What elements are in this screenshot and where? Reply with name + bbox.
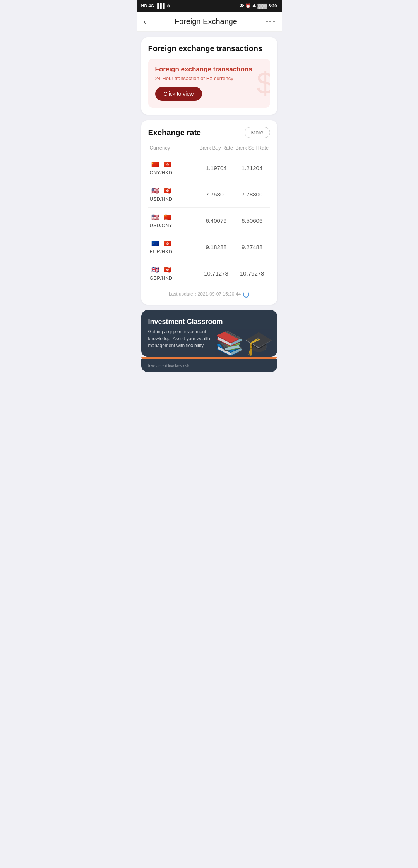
flags: 🇨🇳 🇭🇰 (150, 160, 173, 168)
flags: 🇺🇸 🇨🇳 (150, 213, 173, 221)
buy-rate-value: 1.19704 (198, 165, 234, 171)
col-sell-rate: Bank Sell Rate (234, 145, 270, 151)
exchange-rate-title: Exchange rate (148, 128, 201, 137)
main-content: Foreign exchange transactions $ Foreign … (137, 32, 282, 377)
table-row: 🇺🇸 🇭🇰 USD/HKD 7.75800 7.78800 (148, 181, 270, 207)
transaction-banner: $ Foreign exchange transactions 24-Hour … (148, 59, 270, 108)
books-icon: 📚🎓 (215, 329, 273, 357)
col-currency: Currency (148, 145, 199, 151)
currency-cell: 🇬🇧 🇭🇰 GBP/HKD (148, 266, 199, 281)
bluetooth-icon: ✱ (252, 3, 256, 9)
investment-disclaimer: Investment involves risk (148, 364, 270, 368)
table-row: 🇬🇧 🇭🇰 GBP/HKD 10.71278 10.79278 (148, 260, 270, 286)
buy-rate-value: 9.18288 (198, 244, 234, 250)
status-carrier: HD 4G (141, 3, 154, 8)
header: ‹ Foreign Exchange (137, 12, 282, 32)
currency-cell: 🇺🇸 🇨🇳 USD/CNY (148, 213, 199, 228)
investment-title: Investment Classroom (148, 318, 270, 326)
currency-pair: EUR/HKD (150, 249, 173, 255)
table-row: 🇨🇳 🇭🇰 CNY/HKD 1.19704 1.21204 (148, 155, 270, 181)
sell-rate-value: 9.27488 (234, 244, 270, 250)
flags: 🇺🇸 🇭🇰 (150, 187, 173, 195)
wifi-icon: ⊙ (166, 3, 170, 9)
flag1-icon: 🇺🇸 (150, 213, 161, 221)
alarm-icon: ⏰ (245, 3, 251, 9)
signal-icon: ▐▐▐ (156, 3, 164, 8)
more-menu-button[interactable] (266, 21, 275, 22)
page-title: Foreign Exchange (175, 17, 237, 26)
banner-subtitle: 24-Hour transaction of FX currency (155, 76, 263, 81)
transaction-card: Foreign exchange transactions $ Foreign … (141, 37, 277, 115)
buy-rate-value: 10.71278 (198, 270, 234, 277)
dot1 (266, 21, 268, 22)
currency-cell: 🇪🇺 🇭🇰 EUR/HKD (148, 239, 199, 255)
flags: 🇬🇧 🇭🇰 (150, 266, 173, 274)
currency-pair: USD/CNY (150, 222, 173, 228)
status-bar: HD 4G ▐▐▐ ⊙ 👁 ⏰ ✱ ▓▓▓ 3:20 (137, 0, 282, 12)
currency-pair: USD/HKD (150, 196, 173, 202)
last-update: Last update：2021-09-07 15:20:44 (148, 291, 270, 298)
buy-rate-value: 6.40079 (198, 217, 234, 224)
flags: 🇪🇺 🇭🇰 (150, 239, 173, 247)
back-button[interactable]: ‹ (144, 17, 146, 26)
flag2-icon: 🇭🇰 (162, 266, 173, 274)
flag2-icon: 🇭🇰 (162, 160, 173, 168)
currency-cell: 🇨🇳 🇭🇰 CNY/HKD (148, 160, 199, 176)
last-update-text: Last update：2021-09-07 15:20:44 (169, 291, 241, 298)
status-left: HD 4G ▐▐▐ ⊙ (141, 3, 170, 9)
transaction-card-title: Foreign exchange transactions (148, 44, 270, 53)
battery-icon: ▓▓▓ (257, 3, 267, 8)
sell-rate-value: 6.50606 (234, 217, 270, 224)
flag1-icon: 🇪🇺 (150, 239, 161, 247)
flag1-icon: 🇬🇧 (150, 266, 161, 274)
flag1-icon: 🇺🇸 (150, 187, 161, 195)
dot3 (273, 21, 275, 22)
table-row: 🇺🇸 🇨🇳 USD/CNY 6.40079 6.50606 (148, 207, 270, 234)
currency-pair: GBP/HKD (150, 275, 173, 281)
flag2-icon: 🇨🇳 (162, 213, 173, 221)
dot2 (269, 21, 271, 22)
refresh-icon[interactable] (243, 291, 249, 298)
investment-desc: Getting a grip on investment knowledge, … (148, 328, 226, 349)
currency-cell: 🇺🇸 🇭🇰 USD/HKD (148, 187, 199, 202)
exchange-rate-card: Exchange rate More Currency Bank Buy Rat… (141, 120, 277, 305)
time-display: 3:20 (268, 3, 277, 8)
flag1-icon: 🇨🇳 (150, 160, 161, 168)
banner-title: Foreign exchange transactions (155, 65, 263, 73)
more-button[interactable]: More (245, 127, 270, 138)
rate-header: Exchange rate More (148, 127, 270, 138)
rate-rows: 🇨🇳 🇭🇰 CNY/HKD 1.19704 1.21204 🇺🇸 🇭🇰 USD/… (148, 155, 270, 286)
rate-col-headers: Currency Bank Buy Rate Bank Sell Rate (148, 143, 270, 155)
investment-banner[interactable]: Investment Classroom Getting a grip on i… (141, 310, 277, 357)
status-right: 👁 ⏰ ✱ ▓▓▓ 3:20 (240, 3, 277, 9)
rate-table: Currency Bank Buy Rate Bank Sell Rate 🇨🇳… (148, 143, 270, 298)
table-row: 🇪🇺 🇭🇰 EUR/HKD 9.18288 9.27488 (148, 234, 270, 260)
col-buy-rate: Bank Buy Rate (198, 145, 234, 151)
currency-pair: CNY/HKD (150, 170, 173, 176)
sell-rate-value: 10.79278 (234, 270, 270, 277)
flag2-icon: 🇭🇰 (162, 187, 173, 195)
investment-banner-wrapper: Investment Classroom Getting a grip on i… (141, 310, 277, 372)
click-to-view-button[interactable]: Click to view (155, 87, 202, 101)
sell-rate-value: 1.21204 (234, 165, 270, 171)
flag2-icon: 🇭🇰 (162, 239, 173, 247)
eye-icon: 👁 (240, 3, 244, 8)
buy-rate-value: 7.75800 (198, 191, 234, 198)
sell-rate-value: 7.78800 (234, 191, 270, 198)
